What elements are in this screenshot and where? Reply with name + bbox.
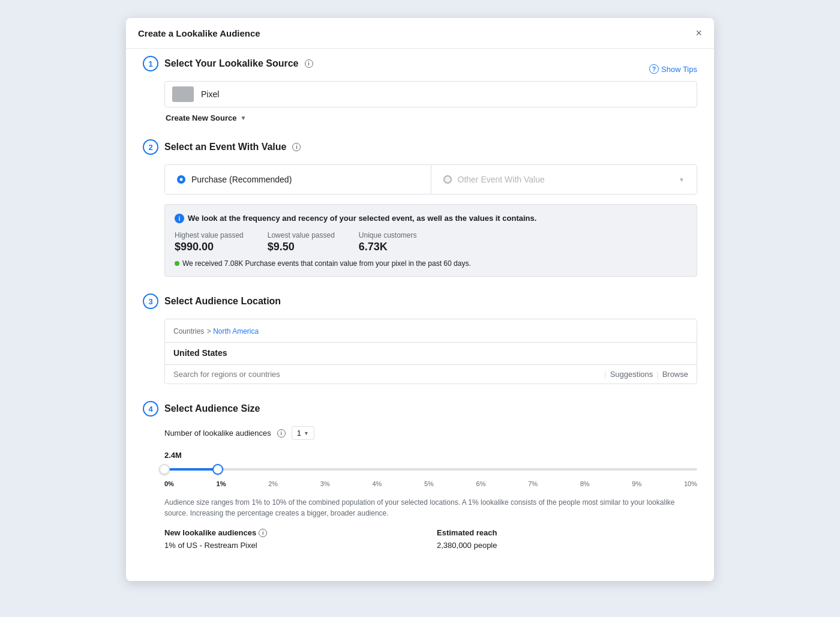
breadcrumb-countries: Countries — [173, 327, 204, 336]
stat-highest: Highest value passed $990.00 — [175, 231, 244, 253]
section-4-info-icon[interactable]: i — [277, 429, 286, 438]
location-breadcrumb: Countries > North America — [165, 319, 697, 343]
stat-highest-label: Highest value passed — [175, 231, 244, 239]
modal-title: Create a Lookalike Audience — [138, 28, 260, 38]
location-box: Countries > North America United States … — [164, 319, 697, 384]
slider-section: 2.4M 0% 1% 2% 3% 4% 5% — [164, 451, 697, 487]
number-select-arrow: ▼ — [304, 430, 309, 436]
audience-col-1: New lookalike audiences i — [164, 528, 425, 537]
stat-lowest: Lowest value passed $9.50 — [268, 231, 335, 253]
stat-highest-value: $990.00 — [175, 241, 244, 253]
location-name: United States — [173, 348, 227, 358]
modal-header: Create a Lookalike Audience × — [126, 18, 714, 49]
slider-label-7: 7% — [528, 480, 538, 487]
audience-col-2: Estimated reach — [437, 528, 697, 537]
close-icon[interactable]: × — [695, 28, 702, 38]
audience-col-1-label: New lookalike audiences i — [164, 528, 425, 537]
slider-fill — [164, 468, 218, 471]
audience-table: New lookalike audiences i Estimated reac… — [164, 528, 697, 550]
stats-row: Highest value passed $990.00 Lowest valu… — [175, 231, 687, 253]
slider-label-3: 3% — [320, 480, 330, 487]
location-search-input[interactable] — [173, 370, 601, 379]
slider-label-9: 9% — [632, 480, 641, 487]
audience-size-controls: Number of lookalike audiences i 1 ▼ 2.4M — [164, 426, 697, 550]
green-dot-icon — [175, 261, 179, 266]
section-3: 3 Select Audience Location Countries > N… — [143, 293, 697, 384]
audience-row-col2: 2,380,000 people — [437, 541, 697, 550]
pixel-label: Pixel — [201, 89, 219, 99]
slider-track-container — [164, 463, 697, 475]
section-2-info-icon[interactable]: i — [292, 143, 301, 151]
audience-row-col1: 1% of US - Restream Pixel — [164, 541, 425, 550]
location-search-row: | Suggestions | Browse — [165, 365, 697, 384]
slider-label-6: 6% — [476, 480, 486, 487]
location-actions: | Suggestions | Browse — [601, 370, 688, 379]
breadcrumb-arrow: > — [207, 327, 213, 336]
info-box-text: We look at the frequency and recency of … — [188, 213, 536, 224]
slider-thumb-left[interactable] — [159, 464, 170, 475]
slider-label-4: 4% — [372, 480, 382, 487]
section-1-header: 1 Select Your Lookalike Source i — [143, 56, 697, 71]
event-info-box: i We look at the frequency and recency o… — [164, 204, 697, 277]
info-box-header: i We look at the frequency and recency o… — [175, 213, 687, 224]
slider-label-8: 8% — [580, 480, 590, 487]
slider-labels: 0% 1% 2% 3% 4% 5% 6% 7% 8% 9% 10% — [164, 480, 697, 487]
received-text-label: We received 7.08K Purchase events that c… — [182, 259, 471, 268]
stat-lowest-value: $9.50 — [268, 241, 335, 253]
section-3-header: 3 Select Audience Location — [143, 293, 697, 309]
slider-thumb-right[interactable] — [212, 464, 223, 475]
pixel-thumbnail — [172, 86, 194, 102]
stat-unique-label: Unique customers — [359, 231, 417, 239]
slider-label-10: 10% — [684, 480, 697, 487]
event-option-purchase[interactable]: Purchase (Recommended) — [165, 165, 431, 194]
section-4-title: Select Audience Size — [164, 403, 260, 414]
event-other-label: Other Event With Value — [458, 175, 545, 184]
create-new-source-label: Create New Source — [166, 113, 237, 122]
section-3-number: 3 — [143, 293, 158, 309]
create-lookalike-modal: Create a Lookalike Audience × ? Show Tip… — [126, 18, 714, 581]
create-new-source-arrow: ▼ — [241, 115, 247, 121]
section-2-header: 2 Select an Event With Value i — [143, 139, 697, 155]
section-1-info-icon[interactable]: i — [305, 59, 313, 68]
number-select-value: 1 — [297, 429, 301, 438]
audience-col-1-info-icon[interactable]: i — [259, 529, 267, 537]
audience-description: Audience size ranges from 1% to 10% of t… — [164, 497, 697, 519]
event-options: Purchase (Recommended) Other Event With … — [164, 164, 697, 194]
section-1-number: 1 — [143, 56, 158, 71]
number-of-audiences-label: Number of lookalike audiences — [164, 429, 271, 438]
slider-label-1: 1% — [217, 480, 226, 487]
section-2-title: Select an Event With Value — [164, 142, 286, 152]
suggestions-link[interactable]: Suggestions — [610, 370, 653, 379]
source-input-row[interactable]: Pixel — [164, 81, 697, 107]
section-4-number: 4 — [143, 401, 158, 417]
modal-body: ? Show Tips 1 Select Your Lookalike Sour… — [126, 49, 714, 581]
slider-label-0: 0% — [164, 480, 174, 487]
info-circle-icon: i — [175, 214, 184, 223]
section-1-title: Select Your Lookalike Source — [164, 58, 299, 69]
stat-lowest-label: Lowest value passed — [268, 231, 335, 239]
breadcrumb-north-america[interactable]: North America — [213, 327, 259, 336]
slider-value-label: 2.4M — [164, 451, 697, 460]
stat-unique-value: 6.73K — [359, 241, 417, 253]
radio-other-empty — [443, 175, 452, 184]
section-4-header: 4 Select Audience Size — [143, 401, 697, 417]
slider-label-5: 5% — [424, 480, 434, 487]
audience-table-row: 1% of US - Restream Pixel 2,380,000 peop… — [164, 541, 697, 550]
section-1: 1 Select Your Lookalike Source i Pixel C… — [143, 56, 697, 122]
radio-purchase-selected — [177, 175, 185, 184]
stat-unique: Unique customers 6.73K — [359, 231, 417, 253]
number-control-row: Number of lookalike audiences i 1 ▼ — [164, 426, 697, 440]
create-new-source-button[interactable]: Create New Source ▼ — [166, 113, 697, 122]
event-purchase-label: Purchase (Recommended) — [191, 175, 292, 184]
received-text-row: We received 7.08K Purchase events that c… — [175, 259, 687, 268]
slider-track — [164, 468, 697, 471]
audience-table-header: New lookalike audiences i Estimated reac… — [164, 528, 697, 537]
number-select-dropdown[interactable]: 1 ▼ — [292, 426, 314, 440]
browse-link[interactable]: Browse — [662, 370, 688, 379]
section-3-title: Select Audience Location — [164, 296, 281, 307]
location-selected: United States — [165, 343, 697, 365]
section-2-number: 2 — [143, 139, 158, 155]
section-2: 2 Select an Event With Value i Purchase … — [143, 139, 697, 277]
event-option-other[interactable]: Other Event With Value ▼ — [431, 165, 697, 194]
audience-col-2-label: Estimated reach — [437, 528, 697, 537]
